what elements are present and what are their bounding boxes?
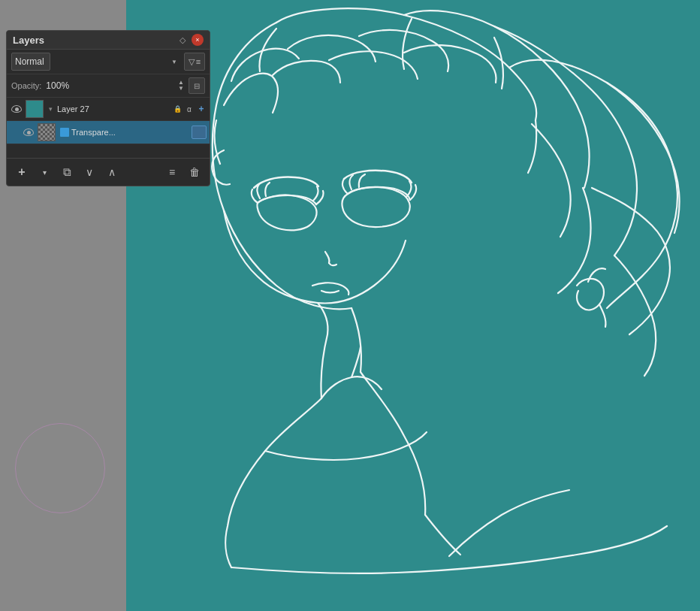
- alpha-icon: α: [184, 104, 195, 114]
- blend-mode-row: Normal Multiply Screen Overlay Darken Li…: [7, 50, 210, 74]
- chevron-down-icon: ▾: [43, 168, 47, 177]
- layer-fold-button[interactable]: ▾: [46, 104, 55, 113]
- trash-icon: 🗑: [189, 166, 200, 178]
- settings-icon: ≡: [196, 57, 201, 66]
- plus-icon: +: [18, 165, 25, 179]
- opacity-stepper[interactable]: ▲ ▼: [178, 80, 184, 92]
- move-down-button[interactable]: ∨: [80, 163, 98, 181]
- opacity-label: Opacity:: [11, 81, 41, 90]
- lock-icon: 🔒: [172, 104, 183, 114]
- opacity-extra-button[interactable]: ⊟: [189, 77, 205, 94]
- layer-list: ▾ Layer 27 🔒 α + Transpare...: [7, 98, 210, 158]
- filter-button[interactable]: ▽ ≡: [184, 53, 205, 71]
- opacity-value: 100%: [46, 80, 173, 91]
- canvas-area: Layers ◇ × Normal Multiply Screen Overla…: [0, 0, 700, 611]
- layer-name: Layer 27: [57, 104, 170, 113]
- panel-title: Layers: [13, 35, 44, 46]
- opacity-icon: ⊟: [194, 82, 200, 90]
- sliders-icon: ≡: [169, 166, 175, 178]
- add-icon: +: [196, 104, 207, 114]
- properties-button[interactable]: ≡: [163, 163, 181, 181]
- blend-mode-select[interactable]: Normal Multiply Screen Overlay Darken Li…: [11, 53, 50, 71]
- layer-color-indicator: [60, 128, 69, 137]
- drawing-canvas[interactable]: [126, 0, 700, 611]
- layer-badges: 🔒 α +: [172, 104, 207, 114]
- blend-mode-select-wrap: Normal Multiply Screen Overlay Darken Li…: [11, 53, 181, 71]
- add-layer-button[interactable]: +: [13, 163, 31, 181]
- arrow-down-icon: ∨: [86, 166, 93, 178]
- delete-layer-button[interactable]: 🗑: [186, 163, 204, 181]
- layer-visibility-button[interactable]: [22, 126, 35, 139]
- layer-badges: [189, 126, 207, 139]
- copy-icon: ⧉: [63, 165, 71, 179]
- funnel-icon: ▽: [189, 57, 195, 67]
- copy-layer-button[interactable]: ⧉: [58, 163, 76, 181]
- layer-name: Transpare...: [71, 128, 187, 137]
- opacity-row: Opacity: 100% ▲ ▼ ⊟: [7, 74, 210, 98]
- opacity-down-arrow[interactable]: ▼: [178, 86, 184, 92]
- move-up-button[interactable]: ∧: [103, 163, 121, 181]
- add-layer-dropdown-button[interactable]: ▾: [35, 163, 53, 181]
- panel-diamond-icon[interactable]: ◇: [177, 34, 189, 46]
- arrow-up-icon: ∧: [108, 166, 116, 178]
- panel-close-button[interactable]: ×: [192, 34, 204, 46]
- eye-icon: [23, 129, 34, 136]
- layer-item[interactable]: ▾ Layer 27 🔒 α +: [7, 98, 210, 121]
- panel-header-icons: ◇ ×: [177, 34, 204, 46]
- layer-thumbnail: [26, 100, 44, 118]
- panel-header: Layers ◇ ×: [7, 31, 210, 50]
- layer-thumbnail: [38, 123, 56, 141]
- layer-item[interactable]: Transpare...: [7, 121, 210, 144]
- layers-panel: Layers ◇ × Normal Multiply Screen Overla…: [6, 30, 210, 186]
- brush-cursor: [15, 423, 105, 513]
- layer-visibility-button[interactable]: [10, 102, 23, 116]
- panel-toolbar: + ▾ ⧉ ∨ ∧ ≡ 🗑: [7, 158, 210, 186]
- eye-icon: [11, 105, 22, 113]
